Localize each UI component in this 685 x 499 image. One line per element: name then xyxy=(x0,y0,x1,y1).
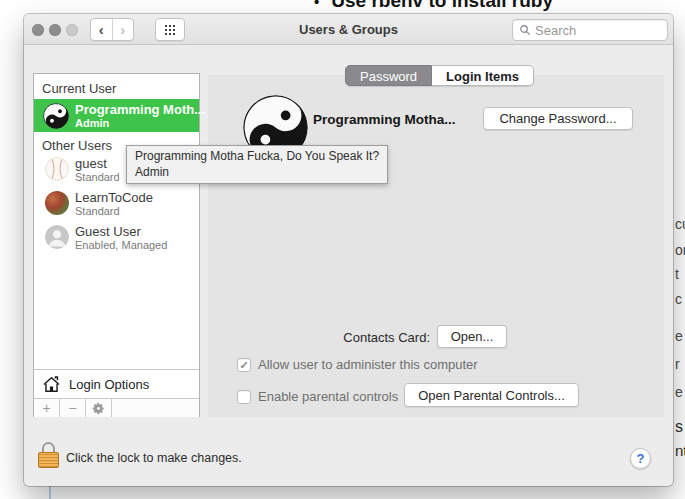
lock-hint-text: Click the lock to make changes. xyxy=(66,451,242,465)
title-bar[interactable]: ‹ › Users & Groups Search xyxy=(24,14,673,45)
baseball-avatar xyxy=(45,157,69,181)
current-user-label: Current User xyxy=(42,81,116,96)
search-placeholder: Search xyxy=(535,23,576,38)
admin-checkbox-label: Allow user to administer this computer xyxy=(258,357,478,372)
lock-icon[interactable] xyxy=(38,442,59,469)
sidebar-item-current-user[interactable]: Programming Moth... Admin xyxy=(34,99,199,132)
photo-avatar xyxy=(45,191,69,215)
user-list-sidebar: Current User Programming Moth... Admin O… xyxy=(33,73,200,417)
main-user-name: Programming Motha... xyxy=(313,112,456,127)
change-password-button[interactable]: Change Password... xyxy=(483,107,633,130)
remove-user-button[interactable]: − xyxy=(60,399,86,417)
add-user-button[interactable]: + xyxy=(34,399,60,417)
tab-login-items[interactable]: Login Items xyxy=(432,65,534,86)
search-icon xyxy=(519,24,531,36)
plus-icon: + xyxy=(42,400,50,416)
tooltip-line1: Programming Motha Fucka, Do You Speak It… xyxy=(135,148,379,164)
admin-checkbox-row: ✓ Allow user to administer this computer xyxy=(237,357,478,372)
background-bullet-text: Use rbenv to install ruby xyxy=(314,0,553,12)
question-mark-icon: ? xyxy=(637,451,645,466)
tab-password[interactable]: Password xyxy=(345,65,432,86)
other-users-label: Other Users xyxy=(42,138,112,153)
login-options-label: Login Options xyxy=(69,377,149,392)
parental-checkbox[interactable] xyxy=(237,390,251,404)
parental-checkbox-label: Enable parental controls xyxy=(258,389,398,404)
parental-checkbox-row: Enable parental controls xyxy=(237,389,398,404)
tooltip-line2: Admin xyxy=(135,164,379,180)
current-user-role: Admin xyxy=(75,117,205,129)
open-contacts-card-button[interactable]: Open... xyxy=(437,325,507,348)
minus-icon: − xyxy=(68,400,76,416)
open-parental-controls-button[interactable]: Open Parental Controls... xyxy=(404,383,579,407)
actions-menu-button[interactable] xyxy=(86,399,112,417)
gear-icon xyxy=(92,402,105,415)
tab-bar: Password Login Items xyxy=(345,65,534,86)
login-options-row[interactable]: Login Options xyxy=(34,369,199,398)
help-button[interactable]: ? xyxy=(630,448,651,469)
contacts-card-label: Contacts Card: xyxy=(338,330,430,345)
search-input[interactable]: Search xyxy=(512,19,668,41)
yin-yang-avatar xyxy=(43,103,69,129)
current-user-name: Programming Moth... xyxy=(75,103,205,117)
background-divider xyxy=(49,486,51,499)
checkmark-icon: ✓ xyxy=(239,359,248,371)
user-actions-toolbar: + − xyxy=(34,398,199,417)
screen: Use rbenv to install ruby cu or t c e r … xyxy=(0,0,685,499)
user-tooltip: Programming Motha Fucka, Do You Speak It… xyxy=(126,145,388,184)
admin-checkbox[interactable]: ✓ xyxy=(237,358,251,372)
users-groups-window: ‹ › Users & Groups Search Password Login… xyxy=(24,14,673,486)
silhouette-avatar xyxy=(45,225,69,249)
home-icon xyxy=(42,375,61,394)
